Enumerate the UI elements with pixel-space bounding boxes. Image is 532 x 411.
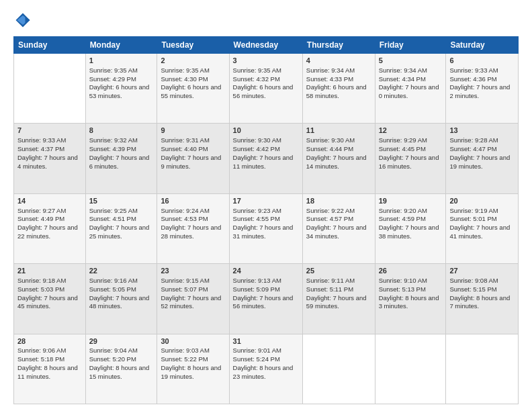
calendar-cell (375, 334, 446, 404)
logo-icon (13, 11, 32, 30)
sunrise-text: Sunrise: 9:03 AM (161, 347, 225, 355)
calendar-cell: 30Sunrise: 9:03 AMSunset: 5:22 PMDayligh… (157, 334, 229, 404)
cell-content: 20Sunrise: 9:19 AMSunset: 5:01 PMDayligh… (449, 196, 515, 241)
sunset-text: Sunset: 4:33 PM (306, 75, 371, 84)
calendar-cell: 19Sunrise: 9:20 AMSunset: 4:59 PMDayligh… (375, 193, 446, 263)
sunrise-text: Sunrise: 9:35 AM (89, 66, 154, 75)
cell-content: 30Sunrise: 9:03 AMSunset: 5:22 PMDayligh… (161, 336, 225, 381)
sunrise-text: Sunrise: 9:16 AM (89, 277, 154, 285)
calendar-cell: 8Sunrise: 9:32 AMSunset: 4:39 PMDaylight… (85, 124, 157, 193)
day-number: 15 (89, 196, 154, 206)
daylight-text: Daylight: 8 hours and 23 minutes. (233, 364, 299, 381)
cell-content: 23Sunrise: 9:15 AMSunset: 5:07 PMDayligh… (161, 266, 225, 311)
sunrise-text: Sunrise: 9:25 AM (89, 207, 154, 216)
sunset-text: Sunset: 5:18 PM (17, 355, 82, 364)
daylight-text: Daylight: 8 hours and 19 minutes. (161, 364, 225, 381)
sunrise-text: Sunrise: 9:31 AM (161, 136, 225, 145)
sunset-text: Sunset: 5:22 PM (161, 355, 225, 364)
daylight-text: Daylight: 7 hours and 14 minutes. (306, 154, 371, 171)
day-number: 12 (379, 126, 443, 136)
day-number: 13 (449, 126, 515, 136)
sunset-text: Sunset: 5:09 PM (233, 285, 299, 294)
sunrise-text: Sunrise: 9:18 AM (17, 277, 82, 285)
sunset-text: Sunset: 4:34 PM (379, 75, 443, 84)
calendar-cell (14, 54, 86, 124)
sunrise-text: Sunrise: 9:06 AM (17, 347, 82, 355)
day-number: 22 (89, 266, 154, 276)
daylight-text: Daylight: 7 hours and 9 minutes. (161, 154, 225, 171)
sunset-text: Sunset: 4:42 PM (233, 145, 299, 154)
sunset-text: Sunset: 5:07 PM (161, 285, 225, 294)
day-number: 20 (449, 196, 515, 206)
cell-content: 11Sunrise: 9:30 AMSunset: 4:44 PMDayligh… (306, 126, 371, 171)
daylight-text: Daylight: 7 hours and 34 minutes. (306, 224, 371, 241)
daylight-text: Daylight: 7 hours and 28 minutes. (161, 224, 225, 241)
daylight-text: Daylight: 7 hours and 22 minutes. (17, 224, 82, 241)
week-row-2: 7Sunrise: 9:33 AMSunset: 4:37 PMDaylight… (14, 124, 519, 193)
daylight-text: Daylight: 7 hours and 2 minutes. (449, 83, 515, 101)
cell-content: 8Sunrise: 9:32 AMSunset: 4:39 PMDaylight… (89, 126, 154, 171)
cell-content: 6Sunrise: 9:33 AMSunset: 4:36 PMDaylight… (449, 56, 515, 101)
day-number: 1 (89, 56, 154, 66)
column-header-friday: Friday (375, 37, 446, 54)
day-number: 24 (233, 266, 299, 276)
calendar-cell: 18Sunrise: 9:22 AMSunset: 4:57 PMDayligh… (302, 193, 375, 263)
cell-content: 22Sunrise: 9:16 AMSunset: 5:05 PMDayligh… (89, 266, 154, 311)
sunrise-text: Sunrise: 9:34 AM (306, 66, 371, 75)
calendar-body: 1Sunrise: 9:35 AMSunset: 4:29 PMDaylight… (14, 54, 519, 404)
calendar-cell (446, 334, 519, 404)
day-number: 11 (306, 126, 371, 136)
daylight-text: Daylight: 7 hours and 31 minutes. (233, 224, 299, 241)
header-row: SundayMondayTuesdayWednesdayThursdayFrid… (14, 37, 519, 54)
daylight-text: Daylight: 7 hours and 6 minutes. (89, 154, 154, 171)
daylight-text: Daylight: 7 hours and 56 minutes. (233, 294, 299, 312)
day-number: 3 (233, 56, 299, 66)
calendar-cell: 1Sunrise: 9:35 AMSunset: 4:29 PMDaylight… (85, 54, 157, 124)
cell-content: 24Sunrise: 9:13 AMSunset: 5:09 PMDayligh… (233, 266, 299, 311)
sunset-text: Sunset: 4:30 PM (161, 75, 225, 84)
sunrise-text: Sunrise: 9:34 AM (379, 66, 443, 75)
daylight-text: Daylight: 7 hours and 4 minutes. (17, 154, 82, 171)
day-number: 8 (89, 126, 154, 136)
cell-content: 5Sunrise: 9:34 AMSunset: 4:34 PMDaylight… (379, 56, 443, 101)
sunset-text: Sunset: 4:29 PM (89, 75, 154, 84)
calendar-header: SundayMondayTuesdayWednesdayThursdayFrid… (14, 37, 519, 54)
column-header-thursday: Thursday (302, 37, 375, 54)
cell-content: 14Sunrise: 9:27 AMSunset: 4:49 PMDayligh… (17, 196, 82, 241)
sunrise-text: Sunrise: 9:32 AM (89, 136, 154, 145)
day-number: 30 (161, 336, 225, 347)
cell-content: 27Sunrise: 9:08 AMSunset: 5:15 PMDayligh… (449, 266, 515, 311)
sunrise-text: Sunrise: 9:30 AM (306, 136, 371, 145)
calendar-cell: 12Sunrise: 9:29 AMSunset: 4:45 PMDayligh… (375, 124, 446, 193)
cell-content: 4Sunrise: 9:34 AMSunset: 4:33 PMDaylight… (306, 56, 371, 101)
day-number: 4 (306, 56, 371, 66)
cell-content: 12Sunrise: 9:29 AMSunset: 4:45 PMDayligh… (379, 126, 443, 171)
calendar-cell: 5Sunrise: 9:34 AMSunset: 4:34 PMDaylight… (375, 54, 446, 124)
daylight-text: Daylight: 8 hours and 3 minutes. (379, 294, 443, 312)
daylight-text: Daylight: 8 hours and 11 minutes. (17, 364, 82, 381)
sunset-text: Sunset: 5:15 PM (449, 285, 515, 294)
sunset-text: Sunset: 4:49 PM (17, 215, 82, 224)
day-number: 16 (161, 196, 225, 206)
sunset-text: Sunset: 5:11 PM (306, 285, 371, 294)
sunrise-text: Sunrise: 9:01 AM (233, 347, 299, 355)
sunset-text: Sunset: 4:59 PM (379, 215, 443, 224)
calendar-cell: 29Sunrise: 9:04 AMSunset: 5:20 PMDayligh… (85, 334, 157, 404)
calendar-cell: 9Sunrise: 9:31 AMSunset: 4:40 PMDaylight… (157, 124, 229, 193)
day-number: 27 (449, 266, 515, 276)
day-number: 14 (17, 196, 82, 206)
sunrise-text: Sunrise: 9:11 AM (306, 277, 371, 285)
sunset-text: Sunset: 5:13 PM (379, 285, 443, 294)
day-number: 31 (233, 336, 299, 347)
daylight-text: Daylight: 6 hours and 56 minutes. (233, 83, 299, 101)
day-number: 2 (161, 56, 225, 66)
column-header-sunday: Sunday (14, 37, 86, 54)
cell-content: 15Sunrise: 9:25 AMSunset: 4:51 PMDayligh… (89, 196, 154, 241)
sunrise-text: Sunrise: 9:28 AM (449, 136, 515, 145)
day-number: 17 (233, 196, 299, 206)
sunrise-text: Sunrise: 9:23 AM (233, 207, 299, 216)
sunset-text: Sunset: 4:37 PM (17, 145, 82, 154)
cell-content: 7Sunrise: 9:33 AMSunset: 4:37 PMDaylight… (17, 126, 82, 171)
sunrise-text: Sunrise: 9:22 AM (306, 207, 371, 216)
calendar-cell: 26Sunrise: 9:10 AMSunset: 5:13 PMDayligh… (375, 264, 446, 334)
